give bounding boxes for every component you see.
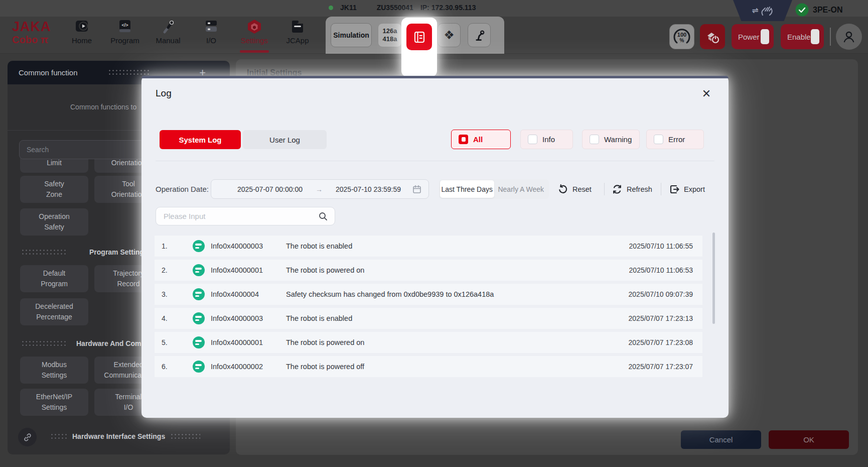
date-range-segmented-control: Last Three Days Nearly A Week bbox=[439, 179, 549, 199]
dialog-title: Log bbox=[156, 88, 172, 99]
speed-percentage-button[interactable]: 100 % bbox=[669, 24, 694, 49]
log-row[interactable]: 6. Info0x40000002 The robot is powered o… bbox=[155, 356, 702, 377]
log-code: Info0x40000003 bbox=[211, 314, 276, 322]
action-divider bbox=[604, 183, 605, 195]
sidebar-dots-decoration bbox=[108, 69, 151, 76]
refresh-button[interactable]: Refresh bbox=[612, 179, 652, 199]
log-message: The robot is enabled bbox=[286, 314, 629, 322]
user-account-button[interactable] bbox=[836, 24, 862, 50]
simulation-mode-button[interactable]: Simulation bbox=[331, 23, 372, 47]
chip-operation-safety[interactable]: Operation Safety bbox=[20, 208, 88, 236]
info-level-icon bbox=[193, 264, 205, 276]
section-hardware-interface: Hardware Interface Settings bbox=[50, 432, 226, 440]
speed-gauge-icon: 100 % bbox=[671, 26, 692, 47]
chain-link-icon bbox=[23, 432, 33, 442]
nav-settings-label: Settings bbox=[241, 36, 268, 45]
nav-manual[interactable]: Manual bbox=[147, 19, 190, 52]
log-timestamp: 2025/07/07 17:23:07 bbox=[629, 363, 693, 371]
user-icon bbox=[841, 29, 856, 44]
power-toggle-label: Power bbox=[738, 33, 761, 41]
nav-jcapp[interactable]: JCApp bbox=[276, 19, 319, 52]
enable-toggle-button[interactable]: Enable bbox=[781, 24, 824, 49]
apps-grid-button[interactable]: ❖ bbox=[438, 23, 461, 47]
date-range-input[interactable]: 2025-07-07 00:00:00 → 2025-07-10 23:59:5… bbox=[211, 179, 429, 199]
settings-icon bbox=[246, 19, 262, 34]
filter-info[interactable]: Info bbox=[520, 130, 573, 149]
log-row[interactable]: 1. Info0x40000003 The robot is enabled 2… bbox=[155, 236, 702, 257]
log-timestamp: 2025/07/07 17:23:08 bbox=[629, 338, 693, 346]
filter-all-label: All bbox=[473, 135, 483, 144]
filter-warning-label: Warning bbox=[604, 135, 632, 144]
refresh-label: Refresh bbox=[627, 185, 652, 193]
link-settings-button[interactable] bbox=[18, 428, 37, 446]
nav-settings[interactable]: Settings bbox=[233, 19, 276, 52]
scrollbar[interactable] bbox=[712, 232, 715, 324]
tab-user-log[interactable]: User Log bbox=[243, 130, 327, 149]
log-search-input[interactable]: Please Input bbox=[156, 207, 335, 225]
log-index: 6. bbox=[162, 363, 174, 371]
filter-warning[interactable]: Warning bbox=[582, 130, 640, 149]
log-message: The robot is enabled bbox=[286, 242, 629, 250]
log-message: The robot is powered on bbox=[286, 266, 629, 274]
filter-all[interactable]: All bbox=[451, 130, 511, 149]
nav-home-label: Home bbox=[72, 36, 92, 45]
robot-shutdown-button[interactable] bbox=[700, 24, 725, 49]
info-level-icon bbox=[193, 361, 205, 373]
dialog-divider bbox=[156, 161, 714, 161]
log-row[interactable]: 3. Info0x4000004 Safety checksum has cha… bbox=[155, 284, 702, 305]
chip-decelerated-percentage[interactable]: Decelerated Percentage bbox=[20, 298, 88, 325]
chip-safety-zone[interactable]: Safety Zone bbox=[20, 176, 88, 203]
checkbox-icon bbox=[528, 135, 537, 144]
log-index: 4. bbox=[162, 314, 174, 322]
range-nearly-a-week[interactable]: Nearly A Week bbox=[494, 180, 548, 198]
log-row[interactable]: 4. Info0x40000003 The robot is enabled 2… bbox=[155, 308, 702, 329]
log-book-icon bbox=[412, 30, 426, 44]
ok-button[interactable]: OK bbox=[769, 430, 849, 449]
log-message: Safety checksum has changed from 0xd0be9… bbox=[286, 290, 629, 298]
mode-badge-label: 3PE-ON bbox=[813, 6, 843, 15]
log-index: 5. bbox=[162, 338, 174, 346]
info-level-icon bbox=[193, 240, 205, 252]
nav-home[interactable]: Home bbox=[60, 19, 103, 52]
safety-checksum-badge[interactable]: 126a 418a bbox=[378, 23, 402, 47]
info-level-icon bbox=[193, 288, 205, 300]
search-icon bbox=[319, 212, 328, 221]
power-toggle-button[interactable]: Power bbox=[732, 24, 774, 49]
robot-pose-button[interactable] bbox=[468, 23, 491, 47]
reset-button[interactable]: Reset bbox=[558, 179, 592, 199]
io-icon bbox=[203, 19, 219, 34]
sidebar-search-input[interactable]: Search bbox=[19, 140, 146, 159]
tab-system-log[interactable]: System Log bbox=[160, 130, 241, 149]
robot-power-icon bbox=[704, 29, 720, 45]
filter-error[interactable]: Error bbox=[646, 130, 704, 149]
svg-text:%: % bbox=[680, 38, 684, 43]
range-last-three-days[interactable]: Last Three Days bbox=[440, 180, 494, 198]
log-list: 1. Info0x40000003 The robot is enabled 2… bbox=[155, 236, 702, 377]
safety-mode-badge: 3PE-ON bbox=[795, 3, 843, 17]
log-button[interactable] bbox=[406, 24, 432, 50]
checkbox-icon bbox=[654, 135, 663, 144]
section-hardware-label: Hardware And Commu bbox=[76, 339, 152, 347]
log-row[interactable]: 5. Info0x40000001 The robot is powered o… bbox=[155, 332, 702, 353]
log-search-placeholder: Please Input bbox=[164, 212, 319, 220]
chip-default-program[interactable]: Default Program bbox=[20, 265, 88, 292]
brand-logo: JAKA bbox=[12, 19, 51, 35]
drag-teach-button[interactable]: ⇌ bbox=[733, 0, 792, 21]
nav-program[interactable]: </> Program bbox=[103, 19, 147, 52]
nav-io[interactable]: I/O bbox=[190, 19, 233, 52]
robot-ip: IP: 172.30.95.113 bbox=[420, 4, 476, 12]
cancel-button[interactable]: Cancel bbox=[681, 430, 761, 449]
log-row[interactable]: 2. Info0x40000001 The robot is powered o… bbox=[155, 260, 702, 281]
sidebar-tab-label: Common function bbox=[19, 68, 78, 77]
brand-logo-sub: Cobo π bbox=[12, 34, 48, 46]
export-icon bbox=[669, 184, 679, 194]
chip-ethernet-ip-settings[interactable]: EtherNet/IP Settings bbox=[20, 389, 88, 416]
chip-modbus-settings[interactable]: Modbus Settings bbox=[20, 357, 88, 384]
close-icon[interactable]: ✕ bbox=[697, 85, 715, 103]
robot-status-line: JK11 ZU3550041 IP: 172.30.95.113 bbox=[329, 4, 476, 12]
export-button[interactable]: Export bbox=[669, 179, 705, 199]
toolbar-divider bbox=[830, 28, 831, 46]
log-message: The robot is powered on bbox=[286, 338, 629, 346]
nav-program-label: Program bbox=[110, 36, 139, 45]
log-timestamp: 2025/07/10 11:06:55 bbox=[629, 242, 693, 250]
